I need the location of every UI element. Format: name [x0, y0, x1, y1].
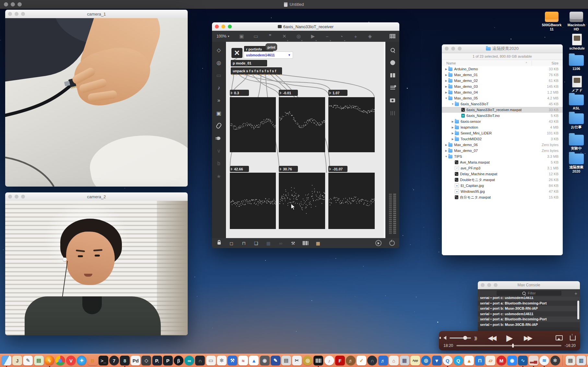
- unpack-object[interactable]: unpack s f s f s f s f s f s f: [231, 67, 282, 75]
- camera2-titlebar[interactable]: camera_2: [5, 192, 188, 201]
- disclosure-triangle[interactable]: ▶: [444, 74, 448, 76]
- zoom-button[interactable]: [494, 283, 498, 287]
- dock-obs-blue-camera-app[interactable]: ◎: [421, 356, 431, 365]
- file-row[interactable]: 6axis_Nano33IoT_receiver.maxpat33 KB: [442, 107, 563, 113]
- playbar-icon[interactable]: ▶: [310, 33, 316, 39]
- select-region-icon[interactable]: ◻: [229, 241, 234, 246]
- close-button[interactable]: [215, 25, 219, 29]
- disclosure-triangle[interactable]: ▶: [444, 85, 448, 88]
- dock-firefox[interactable]: ϟ: [45, 356, 54, 365]
- snapshot-camera-icon[interactable]: [389, 97, 396, 104]
- run-circle-icon[interactable]: [375, 240, 382, 246]
- dock-remote-box-app[interactable]: ▭: [206, 356, 216, 365]
- message-box-icon[interactable]: ✕: [281, 33, 288, 39]
- dock-scanner-app[interactable]: ▤: [281, 356, 291, 365]
- console-log-line[interactable]: serial • port c: usbmodem14611: [478, 297, 580, 301]
- file-row[interactable]: ▶Max_demo_06Zero bytes: [442, 142, 563, 148]
- print-message[interactable]: print: [265, 43, 277, 51]
- inspector-wrench-icon[interactable]: ⚒: [290, 241, 296, 246]
- disclosure-triangle[interactable]: ▶: [451, 132, 454, 135]
- desktop-icon-volume-macintosh-hd[interactable]: Macintosh HD: [561, 12, 588, 31]
- disclosure-triangle[interactable]: ▼: [444, 155, 448, 158]
- dock-image-viewer-app[interactable]: ▦: [400, 356, 409, 365]
- seek-knob[interactable]: [512, 344, 514, 348]
- file-row[interactable]: ▶leapmotion4 MB: [442, 124, 563, 130]
- close-button[interactable]: [8, 12, 12, 16]
- close-button[interactable]: [445, 47, 449, 51]
- toggle-icon[interactable]: ◎: [295, 33, 302, 39]
- dock-finder[interactable]: [2, 356, 11, 365]
- vizzie-icon[interactable]: v: [215, 147, 223, 155]
- dock-settings-gear-app[interactable]: ✱: [550, 356, 560, 365]
- dock-safari[interactable]: ✦: [77, 356, 87, 365]
- dock-free-blue-app[interactable]: ♬: [378, 356, 388, 365]
- probe-icon[interactable]: ∞: [278, 241, 283, 246]
- dock-textedit[interactable]: ✎: [23, 356, 33, 365]
- dock-mega[interactable]: M: [497, 356, 506, 365]
- file-row[interactable]: Delay_Machine.maxpat12 KB: [442, 171, 563, 177]
- dock-blue-book-app[interactable]: ✎: [271, 356, 280, 365]
- play-button[interactable]: ▶: [506, 333, 513, 343]
- dock-vivaldi[interactable]: V: [66, 356, 76, 365]
- desktop-icon-folder-enkaku-jugyo-2020[interactable]: 遠隔授業 2020: [561, 154, 588, 174]
- dock-midi-keyboard-app[interactable]: [313, 356, 323, 365]
- dock-xcode[interactable]: ⚒: [228, 356, 237, 365]
- dock-flash[interactable]: F: [335, 356, 345, 365]
- file-row[interactable]: ▶Max_demo_0176 KB: [442, 72, 563, 78]
- dock-garageband[interactable]: ♬: [346, 356, 356, 365]
- dock-camera-lock-app[interactable]: ◉: [260, 356, 270, 365]
- dock-orange-doc-app[interactable]: ▱: [486, 356, 495, 365]
- beap-icon[interactable]: b: [215, 160, 223, 167]
- dock-waveform-color-app[interactable]: ≈: [238, 356, 248, 365]
- filter-input[interactable]: Filter: [497, 291, 561, 296]
- dock-quicktime[interactable]: Q: [443, 356, 453, 365]
- video-film-icon[interactable]: »: [215, 97, 223, 104]
- window-dot[interactable]: [18, 2, 22, 6]
- number-box-icon[interactable]: −: [324, 33, 330, 39]
- file-row[interactable]: ▼6axis_Nano33IoT45 KB: [442, 101, 563, 107]
- console-log-line[interactable]: serial • port a: Bluetooth-Incoming-Port: [478, 316, 580, 322]
- keyboard-icon[interactable]: ▦: [315, 241, 321, 246]
- add-object-icon[interactable]: +: [352, 33, 359, 39]
- finder-titlebar[interactable]: 遠隔授業2020: [442, 44, 563, 53]
- file-row[interactable]: El_Capitan.jpg84 KB: [442, 183, 563, 189]
- dock-cube-app[interactable]: ◇: [141, 356, 151, 365]
- add-button[interactable]: +: [574, 291, 577, 296]
- file-row[interactable]: Windows95.jpg47 KB: [442, 189, 563, 194]
- dock-beta-circle-app[interactable]: β: [174, 356, 183, 365]
- file-row[interactable]: 自分モニタ.maxpat15 KB: [442, 194, 563, 200]
- desktop-icon-folder-asl[interactable]: ASL: [561, 95, 588, 110]
- disclosure-triangle[interactable]: ▶: [444, 91, 448, 94]
- desktop-icon-folder-1106[interactable]: 1106: [561, 55, 588, 71]
- minimize-button[interactable]: [15, 12, 18, 16]
- disclosure-triangle[interactable]: ▶: [451, 126, 454, 129]
- dock-itunes[interactable]: ♪: [324, 356, 334, 365]
- comment-rect-icon[interactable]: ▭: [215, 72, 223, 79]
- dock-ornate-b-app[interactable]: B: [88, 356, 98, 365]
- rewind-button[interactable]: ◀◀: [488, 334, 495, 342]
- file-row[interactable]: ▶TouchMIDI323 KB: [442, 136, 563, 142]
- format-icon[interactable]: ◈: [367, 33, 373, 39]
- file-row[interactable]: ▶Max_demo_0261 KB: [442, 78, 563, 84]
- patcher-window-icon[interactable]: ▣: [238, 33, 245, 39]
- file-row[interactable]: Ave_Maria.maxpat5 KB: [442, 159, 563, 165]
- dock-clapper-download-app[interactable]: ▼: [432, 356, 442, 365]
- zoom-control[interactable]: 100%▾: [217, 34, 229, 39]
- disclosure-triangle[interactable]: ▶: [451, 138, 454, 141]
- disclosure-triangle[interactable]: ▶: [451, 120, 454, 123]
- mixer-faders-icon[interactable]: [389, 109, 396, 117]
- attach-paperclip-icon[interactable]: [215, 122, 223, 129]
- dock-dark-seven-app[interactable]: 7: [109, 356, 119, 365]
- patcher-windows-icon[interactable]: ❏: [253, 241, 259, 246]
- dock-vlc[interactable]: ▲: [464, 356, 474, 365]
- column-divider[interactable]: [532, 61, 532, 66]
- presentation-icon[interactable]: ⊓: [241, 241, 246, 246]
- window-dot[interactable]: [4, 2, 8, 6]
- power-audio-icon[interactable]: [389, 240, 395, 246]
- file-row[interactable]: ▶Max_demo_03145 KB: [442, 84, 563, 89]
- dock-notes-stack[interactable]: ▤: [566, 356, 575, 365]
- subpatcher-object[interactable]: p mode_01: [231, 60, 267, 66]
- number-box[interactable]: 1.07: [328, 90, 347, 96]
- dock-speaker-audio-app[interactable]: 8: [120, 356, 130, 365]
- dock-notes-green-app[interactable]: ▤: [34, 356, 44, 365]
